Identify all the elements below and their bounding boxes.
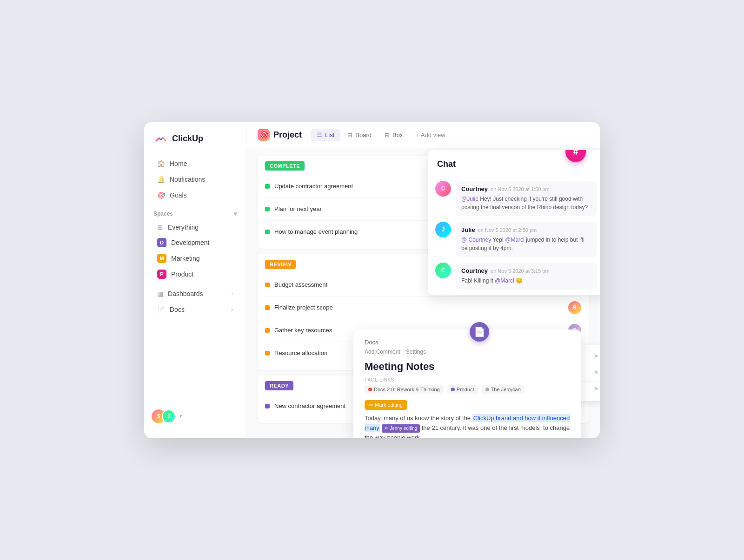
chat-meta-2: Julie on Nov 5 2020 at 2:50 pm <box>461 226 591 233</box>
project-icon: 🎯 <box>258 129 270 141</box>
complete-badge: COMPLETE <box>265 161 305 171</box>
development-label: Development <box>171 239 210 246</box>
settings-button[interactable]: Settings <box>406 349 426 355</box>
chat-text-3: Fab! Killing it @Marci 😊 <box>461 277 591 285</box>
add-view-button[interactable]: + Add view <box>410 129 451 141</box>
chat-author-2: Julie <box>461 226 475 233</box>
flag-icon-2: ⚑ <box>593 369 599 376</box>
chat-panel: # Chat C Courtney on Nov 5 2020 at 1:50 … <box>428 150 600 295</box>
chat-author-3: Courtney <box>461 267 488 274</box>
everything-label: Everything <box>168 224 199 231</box>
chat-meta-1: Courtney on Nov 5 2020 at 1:50 pm <box>461 185 591 192</box>
task-status-dot <box>265 230 270 234</box>
chat-author-1: Courtney <box>461 185 488 192</box>
docs-icon: 📄 <box>157 306 165 313</box>
dashboard-icon: ▦ <box>157 290 163 297</box>
marketing-badge: M <box>157 254 166 263</box>
flag-icon-1: ⚑ <box>593 353 599 360</box>
spaces-section-header: Spaces ▾ <box>144 203 246 220</box>
chat-message-3: C Courtney on Nov 5 2020 at 3:15 pm Fab!… <box>435 263 597 290</box>
sidebar-item-development[interactable]: D Development <box>148 235 242 250</box>
user-chevron-icon: ▾ <box>179 413 182 419</box>
sidebar-item-product[interactable]: P Product <box>148 266 242 282</box>
view-tabs: ☰ List ⊟ Board ⊞ Box + Add view <box>311 129 451 141</box>
logo-area: ClickUp <box>144 132 246 156</box>
product-badge: P <box>157 270 166 279</box>
bell-icon: 🔔 <box>157 176 165 183</box>
spaces-chevron-icon: ▾ <box>234 211 237 217</box>
chat-bubble-1: Courtney on Nov 5 2020 at 1:50 pm @Julie… <box>456 181 597 216</box>
tab-list[interactable]: ☰ List <box>311 129 340 141</box>
julie-avatar: J <box>435 222 451 237</box>
add-comment-button[interactable]: Add Comment <box>365 349 400 355</box>
tab-board[interactable]: ⊟ Board <box>342 129 377 141</box>
app-container: ClickUp 🏠 Home 🔔 Notifications 🎯 Goals S… <box>144 122 600 438</box>
task-status-dot <box>265 184 270 189</box>
grid-icon: ⊞ <box>157 223 163 231</box>
page-links-label: PAGE LINKS <box>365 377 570 382</box>
logo-icon <box>153 132 168 146</box>
page-links: Docs 2.0: Rework & Thinking Product The … <box>365 385 570 394</box>
task-name: Finalize project scope <box>274 304 564 311</box>
courtney-avatar: C <box>435 181 451 197</box>
home-icon: 🏠 <box>157 160 165 167</box>
goals-label: Goals <box>170 191 187 199</box>
tab-box[interactable]: ⊞ Box <box>379 129 408 141</box>
docs-floating-button[interactable]: 📄 <box>470 322 489 342</box>
task-status-dot <box>265 207 270 211</box>
sidebar-item-home[interactable]: 🏠 Home <box>148 156 242 171</box>
home-label: Home <box>170 160 187 167</box>
task-status-dot <box>265 404 270 408</box>
chat-time-3: on Nov 5 2020 at 3:15 pm <box>491 268 550 274</box>
task-status-dot <box>265 305 270 310</box>
avatar-user2: J <box>162 409 176 423</box>
mention-courtney: @ Courtney <box>461 237 491 243</box>
marketing-label: Marketing <box>171 255 199 262</box>
task-status-dot <box>265 351 270 356</box>
page-link-1[interactable]: Docs 2.0: Rework & Thinking <box>365 385 444 394</box>
sidebar-item-dashboards[interactable]: ▦ Dashboards › <box>148 286 242 302</box>
avatar-stack: S J <box>152 409 176 423</box>
sidebar-item-notifications[interactable]: 🔔 Notifications <box>148 171 242 187</box>
top-bar: 🎯 Project ☰ List ⊟ Board ⊞ Box + Add vie… <box>246 122 600 148</box>
page-link-dot-3 <box>485 388 489 391</box>
product-label: Product <box>171 270 193 278</box>
docs-body: Today, many of us know the story of the … <box>365 414 570 438</box>
mark-editing-button[interactable]: ✏ Mark editing <box>365 400 407 410</box>
box-icon: ⊞ <box>385 132 390 138</box>
page-link-dot-1 <box>368 388 372 391</box>
notifications-label: Notifications <box>170 176 205 183</box>
chat-meta-3: Courtney on Nov 5 2020 at 3:15 pm <box>461 267 591 274</box>
development-badge: D <box>157 238 166 247</box>
chat-time-1: on Nov 5 2020 at 1:50 pm <box>491 186 550 192</box>
sidebar-item-everything[interactable]: ⊞ Everything <box>148 220 242 235</box>
user-area[interactable]: S J ▾ <box>144 404 246 429</box>
ready-badge: READY <box>265 381 293 390</box>
page-link-dot-2 <box>451 388 455 391</box>
dashboards-chevron-icon: › <box>231 290 233 297</box>
project-title: 🎯 Project <box>258 129 302 141</box>
task-status-dot <box>265 283 270 287</box>
chat-messages: C Courtney on Nov 5 2020 at 1:50 pm @Jul… <box>428 175 600 295</box>
sidebar-item-docs[interactable]: 📄 Docs › <box>148 302 242 317</box>
jenny-editing-badge: ✏ Jenny editing <box>382 424 420 433</box>
sidebar: ClickUp 🏠 Home 🔔 Notifications 🎯 Goals S… <box>144 122 246 438</box>
review-badge: REVIEW <box>265 260 296 269</box>
docs-chevron-icon: › <box>231 306 233 313</box>
page-link-2[interactable]: Product <box>447 385 478 394</box>
task-avatar: R <box>568 301 581 314</box>
chat-message-2: J Julie on Nov 5 2020 at 2:50 pm @ Court… <box>435 222 597 257</box>
docs-title: Meeting Notes <box>365 361 570 373</box>
chat-bubble-2: Julie on Nov 5 2020 at 2:50 pm @ Courtne… <box>456 222 597 257</box>
mention-julie: @Julie <box>461 196 478 202</box>
main-content: 🎯 Project ☰ List ⊟ Board ⊞ Box + Add vie… <box>246 122 600 438</box>
task-row[interactable]: Finalize project scope R <box>265 296 581 319</box>
sidebar-item-marketing[interactable]: M Marketing <box>148 250 242 266</box>
chat-time-2: on Nov 5 2020 at 2:50 pm <box>478 227 537 233</box>
sidebar-item-goals[interactable]: 🎯 Goals <box>148 187 242 203</box>
page-link-3[interactable]: The Jerrycan <box>482 385 525 394</box>
list-icon: ☰ <box>317 132 322 138</box>
app-name: ClickUp <box>172 134 203 144</box>
docs-panel: 📄 Docs Add Comment Settings Meeting Note… <box>353 329 581 438</box>
chat-message-1: C Courtney on Nov 5 2020 at 1:50 pm @Jul… <box>435 181 597 216</box>
